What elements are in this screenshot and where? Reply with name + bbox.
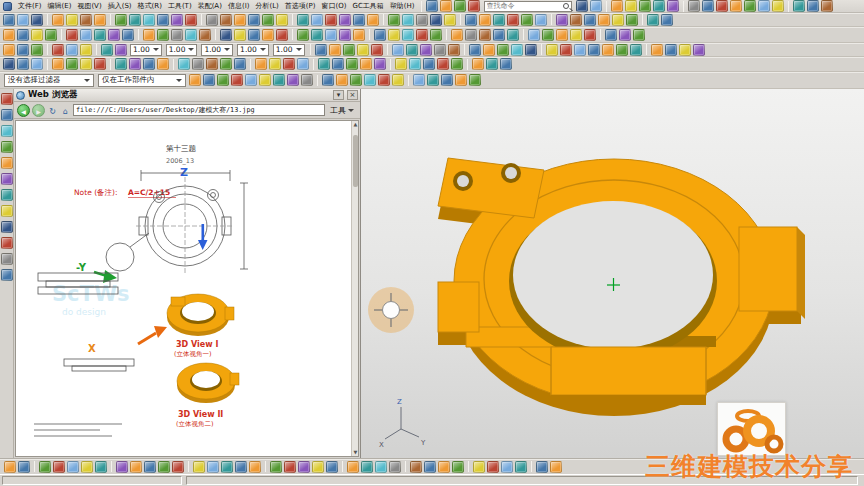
- toolbar-icon[interactable]: [52, 44, 64, 56]
- toolbar-icon[interactable]: [115, 44, 127, 56]
- toolbar-icon[interactable]: [536, 461, 548, 473]
- toolbar-icon[interactable]: [511, 44, 523, 56]
- menu-item[interactable]: 装配(A): [195, 0, 225, 12]
- toolbar-icon[interactable]: [730, 0, 742, 12]
- toolbar-icon[interactable]: [465, 14, 477, 26]
- toolbar-icon[interactable]: [31, 44, 43, 56]
- toolbar-icon[interactable]: [129, 58, 141, 70]
- toolbar-icon[interactable]: [451, 58, 463, 70]
- toolbar-icon[interactable]: [560, 44, 572, 56]
- toolbar-icon[interactable]: [371, 44, 383, 56]
- toolbar-icon[interactable]: [357, 44, 369, 56]
- toolbar-icon[interactable]: [440, 0, 452, 12]
- toolbar-icon[interactable]: [546, 44, 558, 56]
- toolbar-icon[interactable]: [416, 14, 428, 26]
- toolbar-icon[interactable]: [423, 58, 435, 70]
- toolbar-icon[interactable]: [255, 58, 267, 70]
- toolbar-icon[interactable]: [426, 0, 438, 12]
- toolbar-icon[interactable]: [469, 44, 481, 56]
- toolbar-icon[interactable]: [178, 58, 190, 70]
- toolbar-icon[interactable]: [611, 0, 623, 12]
- menu-item[interactable]: 窗口(O): [319, 0, 350, 12]
- toolbar-icon[interactable]: [1, 269, 13, 281]
- scroll-up-arrow[interactable]: ▲: [352, 121, 359, 128]
- toolbar-icon[interactable]: [94, 29, 106, 41]
- toolbar-icon[interactable]: [339, 14, 351, 26]
- toolbar-icon[interactable]: [297, 14, 309, 26]
- toolbar-icon[interactable]: [52, 14, 64, 26]
- toolbar-icon[interactable]: [206, 58, 218, 70]
- panel-scrollbar[interactable]: ▲ ▼: [351, 121, 358, 456]
- toolbar-icon[interactable]: [171, 14, 183, 26]
- scroll-down-arrow[interactable]: ▼: [352, 449, 359, 456]
- menu-item[interactable]: 信息(I): [225, 0, 253, 12]
- toolbar-icon[interactable]: [528, 29, 540, 41]
- toolbar-icon[interactable]: [3, 44, 15, 56]
- toolbar-icon[interactable]: [108, 29, 120, 41]
- toolbar-icon[interactable]: [3, 29, 15, 41]
- toolbar-icon[interactable]: [424, 461, 436, 473]
- toolbar-icon[interactable]: [469, 74, 481, 86]
- toolbar-icon[interactable]: [248, 14, 260, 26]
- panel-title-bar[interactable]: Web 浏览器 ▾ ×: [14, 89, 360, 102]
- toolbar-icon[interactable]: [157, 58, 169, 70]
- menu-item[interactable]: 分析(L): [252, 0, 281, 12]
- toolbar-icon[interactable]: [633, 29, 645, 41]
- toolbar-icon[interactable]: [284, 461, 296, 473]
- toolbar-icon[interactable]: [206, 14, 218, 26]
- toolbar-icon[interactable]: [297, 58, 309, 70]
- address-bar[interactable]: file:///C:/Users/user/Desktop/建模大赛/13.jp…: [73, 104, 325, 116]
- toolbar-icon[interactable]: [3, 14, 15, 26]
- toolbar-icon[interactable]: [651, 44, 663, 56]
- toolbar-icon[interactable]: [653, 0, 665, 12]
- toolbar-icon[interactable]: [39, 461, 51, 473]
- toolbar-icon[interactable]: [486, 58, 498, 70]
- toolbar-icon[interactable]: [31, 14, 43, 26]
- toolbar-icon[interactable]: [346, 58, 358, 70]
- toolbar-icon[interactable]: [329, 44, 341, 56]
- toolbar-icon[interactable]: [143, 58, 155, 70]
- toolbar-value-field[interactable]: 1.00: [130, 44, 162, 56]
- toolbar-icon[interactable]: [688, 0, 700, 12]
- panel-pin-button[interactable]: ▾: [333, 90, 344, 100]
- toolbar-icon[interactable]: [297, 29, 309, 41]
- toolbar-icon[interactable]: [598, 14, 610, 26]
- toolbar-icon[interactable]: [18, 461, 30, 473]
- toolbar-icon[interactable]: [157, 29, 169, 41]
- refresh-icon[interactable]: ↻: [47, 105, 58, 116]
- toolbar-icon[interactable]: [416, 29, 428, 41]
- toolbar-icon[interactable]: [744, 0, 756, 12]
- toolbar-icon[interactable]: [143, 29, 155, 41]
- menu-item[interactable]: 帮助(H): [387, 0, 418, 12]
- menu-item[interactable]: 文件(F): [15, 0, 45, 12]
- toolbar-value-field[interactable]: 1.00: [166, 44, 198, 56]
- toolbar-icon[interactable]: [758, 0, 770, 12]
- toolbar-icon[interactable]: [287, 74, 299, 86]
- toolbar-icon[interactable]: [31, 29, 43, 41]
- toolbar-icon[interactable]: [353, 14, 365, 26]
- toolbar-icon[interactable]: [276, 29, 288, 41]
- toolbar-icon[interactable]: [507, 29, 519, 41]
- toolbar-icon[interactable]: [389, 461, 401, 473]
- toolbar-icon[interactable]: [322, 74, 334, 86]
- toolbar-icon[interactable]: [311, 29, 323, 41]
- toolbar-icon[interactable]: [1, 141, 13, 153]
- toolbar-icon[interactable]: [521, 14, 533, 26]
- toolbar-icon[interactable]: [455, 74, 467, 86]
- toolbar-icon[interactable]: [468, 0, 480, 12]
- command-finder-input[interactable]: 查找命令: [484, 1, 572, 12]
- toolbar-icon[interactable]: [81, 461, 93, 473]
- toolbar-value-field[interactable]: 1.00: [273, 44, 305, 56]
- toolbar-icon[interactable]: [392, 74, 404, 86]
- toolbar-icon[interactable]: [693, 44, 705, 56]
- toolbar-icon[interactable]: [639, 0, 651, 12]
- toolbar-value-field[interactable]: 1.00: [201, 44, 233, 56]
- toolbar-icon[interactable]: [395, 58, 407, 70]
- toolbar-icon[interactable]: [115, 58, 127, 70]
- toolbar-icon[interactable]: [17, 44, 29, 56]
- toolbar-icon[interactable]: [1, 157, 13, 169]
- toolbar-icon[interactable]: [158, 461, 170, 473]
- home-icon[interactable]: ⌂: [60, 105, 71, 116]
- toolbar-icon[interactable]: [1, 125, 13, 137]
- menu-item[interactable]: 首选项(P): [282, 0, 319, 12]
